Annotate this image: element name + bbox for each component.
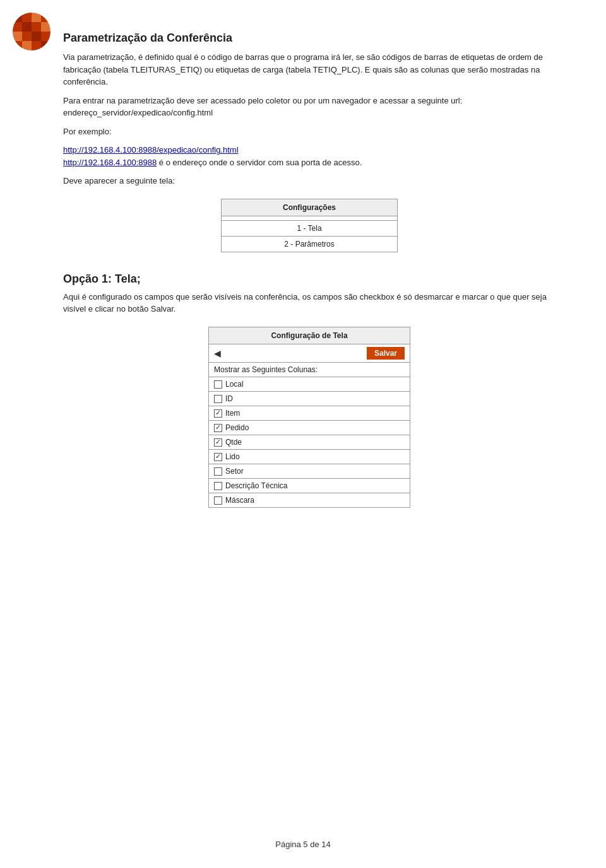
- label-pedido: Pedido: [225, 423, 249, 432]
- table-row: 1 - Tela: [222, 220, 398, 236]
- section1-para2: Para entrar na parametrização deve ser a…: [63, 95, 556, 119]
- checkbox-local[interactable]: [214, 380, 222, 389]
- columns-section-header: Mostrar as Seguintes Colunas:: [209, 362, 410, 377]
- table-row: 2 - Parâmetros: [222, 236, 398, 252]
- table-row: Item: [209, 406, 410, 420]
- section1-por-exemplo: Por exemplo:: [63, 126, 556, 138]
- table-row: Descrição Técnica: [209, 478, 410, 493]
- section1-title: Parametrização da Conferência: [63, 32, 556, 45]
- url2-text: é o endereço onde o servidor com sua por…: [157, 158, 362, 167]
- url1-link[interactable]: http://192.168.4.100:8988/expedicao/conf…: [63, 145, 239, 155]
- config-table-header: Configurações: [222, 199, 398, 216]
- label-setor: Setor: [225, 467, 244, 476]
- table-row: Local: [209, 377, 410, 391]
- page-footer: Página 5 de 14: [0, 840, 606, 849]
- label-id: ID: [225, 394, 233, 403]
- checkbox-id[interactable]: [214, 395, 222, 403]
- action-row: ◀ Salvar: [209, 344, 410, 362]
- checkbox-pedido[interactable]: [214, 424, 222, 432]
- deve-aparecer-text: Deve aparecer a seguinte tela:: [63, 175, 556, 187]
- checkbox-item[interactable]: [214, 409, 222, 418]
- config-table: Configurações 1 - Tela2 - Parâmetros: [221, 199, 398, 252]
- page-container: Parametrização da Conferência Via parame…: [0, 0, 606, 868]
- section2-title: Opção 1: Tela;: [63, 273, 556, 286]
- salvar-button[interactable]: Salvar: [367, 347, 405, 360]
- section1-para1: Via parametrização, é definido qual é o …: [63, 51, 556, 88]
- table-row: Qtde: [209, 435, 410, 449]
- label-lido: Lido: [225, 452, 240, 461]
- checkbox-descricao[interactable]: [214, 482, 222, 490]
- tela-table-header: Configuração de Tela: [209, 327, 410, 344]
- page-number: Página 5 de 14: [275, 840, 330, 849]
- checkbox-qtde[interactable]: [214, 438, 222, 447]
- label-local: Local: [225, 380, 244, 389]
- label-item: Item: [225, 409, 240, 418]
- table-row: Pedido: [209, 420, 410, 435]
- label-mascara: Máscara: [225, 496, 254, 505]
- label-descricao: Descrição Técnica: [225, 481, 287, 490]
- section1-urls: http://192.168.4.100:8988/expedicao/conf…: [63, 144, 556, 168]
- table-row: Lido: [209, 449, 410, 464]
- table-row: ID: [209, 391, 410, 406]
- section2-para1: Aqui é configurado os campos que serão v…: [63, 291, 556, 315]
- url2-link[interactable]: http://192.168.4.100:8988: [63, 158, 157, 167]
- company-logo: [13, 13, 50, 50]
- label-qtde: Qtde: [225, 438, 242, 447]
- checkbox-setor[interactable]: [214, 467, 222, 476]
- checkbox-mascara[interactable]: [214, 496, 222, 505]
- checkbox-lido[interactable]: [214, 453, 222, 461]
- tela-config-table: Configuração de Tela ◀ Salvar Mostrar as…: [208, 327, 410, 508]
- table-row: Máscara: [209, 493, 410, 507]
- table-row: Setor: [209, 464, 410, 478]
- back-icon[interactable]: ◀: [214, 348, 221, 358]
